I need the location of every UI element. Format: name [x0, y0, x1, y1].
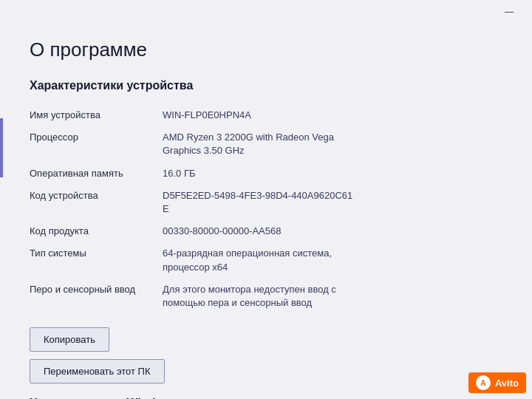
buttons-section: Копировать Переименовать этот ПК — [30, 327, 502, 383]
table-row: Код продукта00330-80000-00000-AA568 — [30, 220, 502, 242]
info-label: Код устройства — [30, 185, 163, 220]
window: — О программе Характеристики устройства … — [0, 0, 532, 399]
device-section-title: Характеристики устройства — [30, 79, 502, 92]
table-row: Перо и сенсорный вводДля этого монитора … — [30, 279, 502, 314]
info-value: 64-разрядная операционная система,процес… — [163, 242, 502, 278]
title-bar: — — [0, 0, 532, 24]
table-row: Имя устройстваWIN-FLP0E0HPN4A — [30, 104, 502, 126]
info-label: Код продукта — [30, 220, 163, 242]
avito-badge: A Avito — [468, 372, 526, 393]
table-row: Оперативная память16.0 ГБ — [30, 163, 502, 185]
minimize-button[interactable]: — — [492, 0, 526, 24]
main-content: О программе Характеристики устройства Им… — [0, 24, 532, 399]
info-value: 16.0 ГБ — [163, 163, 502, 185]
info-label: Перо и сенсорный ввод — [30, 279, 163, 314]
info-value: Для этого монитора недоступен ввод спомо… — [163, 279, 502, 314]
info-value: 00330-80000-00000-AA568 — [163, 220, 502, 242]
avito-label: Avito — [495, 378, 519, 389]
info-value: AMD Ryzen 3 2200G with Radeon VegaGraphi… — [163, 126, 502, 162]
device-info-table: Имя устройстваWIN-FLP0E0HPN4AПроцессорAM… — [30, 104, 502, 314]
copy-button[interactable]: Копировать — [30, 327, 109, 352]
table-row: ПроцессорAMD Ryzen 3 2200G with Radeon V… — [30, 126, 502, 162]
left-accent-bar — [0, 118, 3, 177]
page-title: О программе — [30, 38, 502, 61]
table-row: Тип системы64-разрядная операционная сис… — [30, 242, 502, 278]
avito-icon: A — [476, 375, 491, 390]
info-value: WIN-FLP0E0HPN4A — [163, 104, 502, 126]
table-row: Код устройстваD5F5E2ED-5498-4FE3-98D4-44… — [30, 185, 502, 220]
rename-pc-button[interactable]: Переименовать этот ПК — [30, 359, 165, 383]
info-label: Имя устройства — [30, 104, 163, 126]
info-value: D5F5E2ED-5498-4FE3-98D4-440A9620C61E — [163, 185, 502, 220]
info-label: Оперативная память — [30, 163, 163, 185]
info-label: Процессор — [30, 126, 163, 162]
info-label: Тип системы — [30, 242, 163, 278]
